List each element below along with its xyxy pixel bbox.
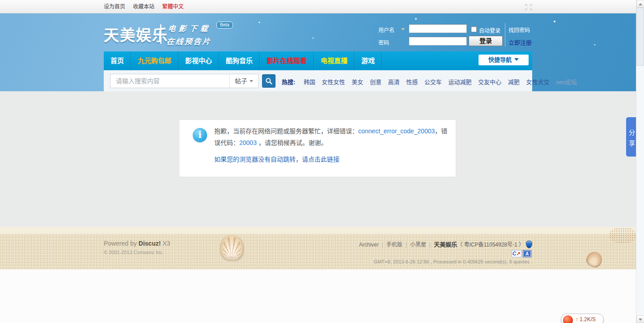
hot-search-link[interactable]: 运动减肥 — [448, 79, 471, 85]
logo-text: 天美娱乐 — [104, 27, 168, 44]
powered-by: Powered by Discuz! X3 — [104, 240, 170, 247]
password-input[interactable] — [409, 37, 467, 46]
error-text: 抱歉，当前存在网络问题或服务器繁忙，详细错误：connect_error_cod… — [214, 125, 451, 149]
beta-badge: Beta — [216, 21, 233, 29]
hot-search-link[interactable]: 公交车 — [424, 79, 442, 85]
speed-indicator[interactable]: ↑1.2K/S — [561, 314, 604, 323]
speed-value: 1.2K/S — [580, 316, 596, 323]
hot-search-link[interactable]: 女性女性 — [322, 79, 345, 85]
nav-item-movie-center[interactable]: 影视中心 — [178, 51, 219, 70]
auto-login-label: 自动登录 — [479, 26, 500, 34]
fullscreen-icon[interactable]: ↖↗↙↘ — [524, 3, 533, 11]
page: 设为首页 收藏本站 繁體中文 ↖↗↙↘ 天美娱乐 电影下载 在线预告片 Beta… — [0, 0, 644, 323]
validation-icon[interactable]: A — [523, 250, 531, 257]
redirect-link[interactable]: 如果您的浏览器没有自动跳转，请点击此链接 — [214, 154, 339, 163]
vertical-scrollbar[interactable] — [636, 0, 644, 323]
hot-search-link[interactable]: 女性犬交 — [526, 79, 549, 85]
error-code-number: 20003 — [239, 139, 257, 146]
search-icon — [265, 77, 273, 85]
divider: | — [429, 242, 431, 248]
search-box: 帖子 — [110, 74, 258, 88]
slogan-line2: 在线预告片 — [166, 35, 212, 47]
search-button[interactable] — [262, 74, 275, 88]
hot-search: 热搜: 韩国 女性女性 美女 创意 高清 性感 公交车 运动减肥 交友中心 减肥… — [282, 77, 577, 86]
hot-search-link[interactable]: seo论坛 — [556, 79, 577, 85]
bookmark-link[interactable]: 收藏本站 — [133, 4, 154, 10]
footer-site-name: 天美娱乐 — [434, 241, 457, 248]
scrollbar-thumb[interactable] — [636, 8, 644, 66]
archiver-link[interactable]: Archiver — [359, 242, 379, 248]
slogan-line1: 电影下载 — [167, 22, 213, 34]
nav-item-nine-yuan[interactable]: 九元购包邮 — [131, 51, 178, 70]
mobile-link[interactable]: 手机版 — [386, 242, 402, 248]
main-content: i 抱歉，当前存在网络问题或服务器繁忙，详细错误：connect_error_c… — [0, 91, 636, 227]
page-bottom-area — [0, 269, 636, 323]
auto-login-checkbox[interactable] — [471, 26, 477, 32]
search-category-dropdown[interactable]: 帖子 — [229, 74, 258, 88]
arrow-se: ↘ — [529, 7, 533, 11]
nav-item-home[interactable]: 首页 — [104, 51, 131, 70]
error-message-card: i 抱歉，当前存在网络问题或服务器繁忙，详细错误：connect_error_c… — [179, 119, 456, 177]
top-utility-bar: 设为首页 收藏本站 繁體中文 ↖↗↙↘ — [0, 0, 636, 13]
divider: | — [382, 242, 383, 248]
logo-slogan: 电影下载 在线预告片 — [166, 22, 213, 47]
password-label: 密码 — [378, 38, 389, 46]
nav-item-live-tv[interactable]: 电视直播 — [314, 51, 355, 70]
arrow-sw: ↙ — [524, 7, 529, 11]
scroll-down-button[interactable] — [636, 315, 644, 323]
hot-search-link[interactable]: 性感 — [406, 79, 418, 85]
find-password-link[interactable]: 找回密码 — [508, 26, 530, 34]
info-icon: i — [193, 128, 207, 142]
login-divider — [505, 23, 505, 47]
username-input[interactable] — [409, 24, 467, 33]
username-dropdown-icon[interactable] — [401, 28, 405, 30]
register-link[interactable]: 立即注册 — [508, 38, 532, 47]
hot-search-link[interactable]: 减肥 — [508, 79, 520, 85]
copyright: © 2001-2013 Comsenz Inc. — [104, 250, 164, 255]
cnzz-stats-icon[interactable]: C↗ — [512, 250, 521, 257]
hot-search-link[interactable]: 美女 — [352, 79, 363, 85]
search-input[interactable] — [110, 74, 229, 88]
logo-divider — [160, 24, 161, 44]
nav-item-kugou-music[interactable]: 酷狗音乐 — [219, 51, 260, 70]
sand-dollar-decoration — [585, 250, 605, 270]
upload-arrow-icon: ↑ — [576, 316, 578, 323]
hot-search-link[interactable]: 创意 — [370, 79, 381, 85]
blacklist-link[interactable]: 小黑屋 — [410, 242, 426, 248]
seashell-decoration — [220, 235, 243, 260]
traditional-chinese-link[interactable]: 繁體中文 — [162, 4, 184, 10]
share-button[interactable]: 分享 — [626, 117, 636, 157]
speed-text: ↑1.2K/S — [576, 316, 596, 323]
shield-icon[interactable] — [526, 241, 532, 248]
set-home-link[interactable]: 设为首页 — [104, 4, 125, 10]
chevron-down-icon — [250, 80, 253, 82]
hot-search-link[interactable]: 韩国 — [304, 79, 315, 85]
site-logo[interactable]: 天美娱乐 — [104, 23, 168, 45]
main-nav: 首页 九元购包邮 影视中心 酷狗音乐 影片在线观看 电视直播 游戏 快捷导航 — [104, 51, 532, 70]
nav-item-games[interactable]: 游戏 — [355, 51, 382, 70]
footer-badges: C↗A — [512, 249, 531, 257]
username-label: 用户名 — [378, 26, 394, 34]
footer-stats: GMT+8, 2013-6-26 12:56 , Processed in 0.… — [313, 259, 532, 264]
search-bar-section: 帖子 热搜: 韩国 女性女性 美女 创意 高清 性感 公交车 运动减肥 交友中心… — [104, 70, 532, 91]
scroll-down-icon — [639, 319, 642, 321]
quick-nav-label: 快捷导航 — [488, 56, 512, 63]
hot-search-link[interactable]: 交友中心 — [478, 79, 501, 85]
divider: | — [406, 242, 407, 248]
chevron-down-icon — [514, 58, 519, 61]
scroll-up-button[interactable] — [636, 0, 644, 8]
icp-number: （ 粤ICP备11054928号-1 ） — [457, 242, 524, 248]
search-category-label: 帖子 — [235, 77, 247, 85]
discuz-link[interactable]: Discuz! — [139, 240, 161, 247]
error-code-text: connect_error_code_20003 — [358, 128, 435, 135]
login-button[interactable]: 登录 — [469, 36, 503, 46]
speed-ball-icon — [563, 315, 573, 323]
quick-nav-button[interactable]: 快捷导航 — [479, 55, 529, 65]
hot-search-label: 热搜: — [282, 79, 295, 85]
footer-top-strip — [0, 227, 636, 234]
nav-item-online-movies[interactable]: 影片在线观看 — [260, 51, 314, 70]
footer: Powered by Discuz! X3 © 2001-2013 Comsen… — [0, 234, 636, 269]
scroll-up-icon — [639, 3, 642, 5]
hot-search-link[interactable]: 高清 — [388, 79, 400, 85]
sand-speckles-decoration — [609, 228, 636, 243]
